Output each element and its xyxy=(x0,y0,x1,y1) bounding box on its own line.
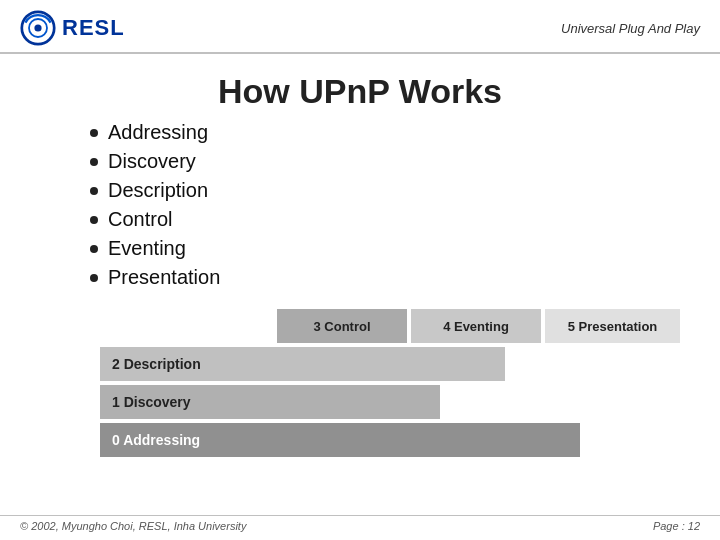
footer-page: Page : 12 xyxy=(653,520,700,532)
bar-control: 3 Control xyxy=(277,309,407,343)
logo-area: RESL xyxy=(20,10,125,46)
list-item: Discovery xyxy=(90,150,720,173)
bullet-text: Presentation xyxy=(108,266,220,289)
bar-presentation: 5 Presentation xyxy=(545,309,680,343)
resl-logo-icon xyxy=(20,10,56,46)
bullet-icon xyxy=(90,216,98,224)
bar-chart: 3 Control 4 Eventing 5 Presentation 2 De… xyxy=(0,309,720,457)
bullet-icon xyxy=(90,129,98,137)
logo-text: RESL xyxy=(62,15,125,41)
bullet-text: Description xyxy=(108,179,208,202)
list-item: Addressing xyxy=(90,121,720,144)
header: RESL Universal Plug And Play xyxy=(0,0,720,54)
bullet-text: Addressing xyxy=(108,121,208,144)
footer: © 2002, Myungho Choi, RESL, Inha Univers… xyxy=(0,515,720,532)
bar-discovery: 1 Discovery xyxy=(100,385,440,419)
bar-addressing: 0 Addressing xyxy=(100,423,580,457)
svg-point-2 xyxy=(34,24,41,31)
header-subtitle: Universal Plug And Play xyxy=(561,21,700,36)
bullet-text: Eventing xyxy=(108,237,186,260)
bullet-icon xyxy=(90,245,98,253)
main-title: How UPnP Works xyxy=(0,72,720,111)
bar-description: 2 Description xyxy=(100,347,505,381)
list-item: Description xyxy=(90,179,720,202)
footer-copyright: © 2002, Myungho Choi, RESL, Inha Univers… xyxy=(20,520,246,532)
list-item: Eventing xyxy=(90,237,720,260)
bullet-list: Addressing Discovery Description Control… xyxy=(0,121,720,289)
bullet-icon xyxy=(90,158,98,166)
bullet-text: Control xyxy=(108,208,172,231)
bullet-icon xyxy=(90,274,98,282)
slide: RESL Universal Plug And Play How UPnP Wo… xyxy=(0,0,720,540)
list-item: Presentation xyxy=(90,266,720,289)
bullet-text: Discovery xyxy=(108,150,196,173)
list-item: Control xyxy=(90,208,720,231)
bullet-icon xyxy=(90,187,98,195)
top-bar-row: 3 Control 4 Eventing 5 Presentation xyxy=(100,309,680,343)
bar-eventing: 4 Eventing xyxy=(411,309,541,343)
